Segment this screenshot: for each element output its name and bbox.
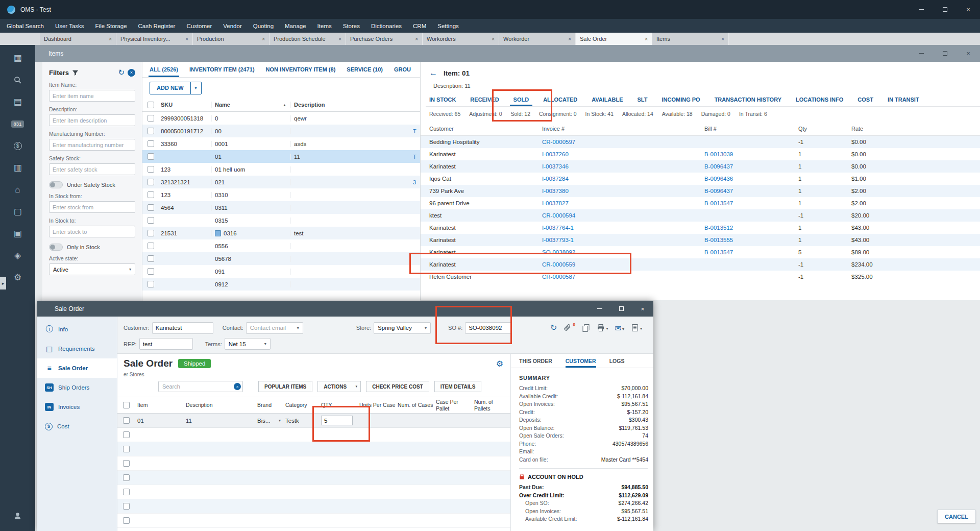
menu-item[interactable]: Quoting — [248, 23, 279, 29]
copy-icon[interactable] — [582, 324, 590, 332]
so-number-input[interactable] — [465, 322, 512, 334]
item-row[interactable]: 321321321 021 3 — [142, 176, 420, 188]
document-tab[interactable]: Production Schedule × — [270, 33, 346, 45]
detail-tab[interactable]: IN TRANSIT — [884, 93, 923, 106]
items-close-button[interactable]: × — [957, 45, 980, 62]
tab-close-icon[interactable]: × — [492, 36, 495, 42]
document-tab[interactable]: Sale Order × — [576, 33, 652, 45]
sold-row[interactable]: Karinatest I-0037260 B-0013039 1 $0.00 — [421, 148, 980, 160]
row-checkbox[interactable] — [123, 474, 130, 481]
contact-select[interactable]: Contact email ▾ — [246, 322, 303, 334]
check-price-cost-button[interactable]: CHECK PRICE COST — [366, 381, 429, 392]
detail-tab[interactable]: RECEIVED — [467, 93, 502, 106]
panel-tab[interactable]: CUSTOMER — [566, 354, 596, 368]
empty-order-row[interactable] — [117, 456, 510, 471]
bill-link[interactable]: B-0096437 — [704, 188, 798, 194]
invoice-link[interactable]: CR-0000597 — [542, 139, 704, 145]
row-checkbox[interactable] — [148, 281, 154, 287]
column-header-brand[interactable]: Brand — [255, 402, 283, 408]
sidebar-item-ship-orders[interactable]: SH Ship Orders — [37, 378, 117, 397]
items-minimize-button[interactable] — [910, 45, 933, 62]
tab-close-icon[interactable]: × — [568, 36, 571, 42]
search-input[interactable] — [158, 381, 243, 392]
detail-tab[interactable]: SOLD — [510, 93, 533, 106]
qty-input[interactable] — [321, 416, 353, 425]
document-tab[interactable]: Production × — [193, 33, 270, 45]
invoice-link[interactable]: CR-0000587 — [542, 274, 704, 280]
refresh-icon[interactable]: ↻ — [550, 324, 557, 332]
bill-link[interactable]: B-0013547 — [704, 249, 798, 255]
item-name-input[interactable] — [49, 90, 135, 102]
add-new-button[interactable]: ADD NEW ▾ — [150, 82, 202, 94]
payments-icon[interactable]: $ — [0, 135, 35, 157]
sold-row[interactable]: 96 parent Drive I-0037827 B-0013547 1 $2… — [421, 197, 980, 209]
empty-order-row[interactable] — [117, 514, 510, 528]
row-checkbox[interactable] — [148, 128, 154, 134]
row-checkbox[interactable] — [148, 268, 154, 275]
panel-tab[interactable]: THIS ORDER — [519, 354, 552, 368]
sold-row[interactable]: Karinatest SO-0038092 B-0013547 5 $89.00 — [421, 246, 980, 258]
tab-close-icon[interactable]: × — [415, 36, 418, 42]
bill-link[interactable]: B-0096436 — [704, 176, 798, 182]
item-row[interactable]: 4564 0311 — [142, 201, 420, 214]
rep-input[interactable] — [139, 338, 193, 350]
bill-link[interactable]: B-0013512 — [704, 225, 798, 231]
tab-close-icon[interactable]: × — [262, 36, 265, 42]
so-maximize-button[interactable] — [610, 301, 632, 317]
orders-icon[interactable]: ▣ — [0, 223, 35, 245]
item-row[interactable]: 33360 0001 asds — [142, 137, 420, 150]
row-checkbox[interactable] — [123, 517, 130, 524]
column-header-bill[interactable]: Bill # — [704, 126, 798, 132]
chevron-down-icon[interactable]: ▾ — [640, 326, 642, 331]
invoice-link[interactable]: I-0037260 — [542, 151, 704, 157]
empty-order-row[interactable] — [117, 485, 510, 499]
in-stock-from-input[interactable] — [49, 201, 135, 213]
sold-row[interactable]: Karinatest CR-0000559 -1 $234.00 — [421, 258, 980, 271]
description-input[interactable] — [49, 114, 135, 126]
store-icon[interactable]: ⌂ — [0, 179, 35, 201]
bill-link[interactable]: B-0013555 — [704, 237, 798, 243]
invoice-link[interactable]: CR-0000559 — [542, 261, 704, 268]
app-close-button[interactable]: × — [957, 0, 980, 19]
detail-tab[interactable]: IN STOCK — [426, 93, 459, 106]
row-checkbox[interactable] — [148, 179, 154, 185]
column-header-num-of-pallets[interactable]: Num. of Pallets — [472, 399, 510, 411]
invoice-link[interactable]: I-0037346 — [542, 163, 704, 170]
toggle-switch-icon[interactable] — [49, 244, 63, 251]
items-filter-tab[interactable]: ALL (2526) — [149, 62, 179, 77]
item-row[interactable]: 8000500191712 00 T — [142, 125, 420, 137]
menu-item[interactable]: Customer — [181, 23, 217, 29]
email-button[interactable]: ✉ ▾ — [615, 324, 624, 332]
column-header-num-of-cases[interactable]: Num. of Cases — [396, 402, 434, 408]
row-checkbox[interactable] — [148, 166, 154, 173]
customer-input[interactable] — [152, 322, 213, 334]
document-tab[interactable]: Physical Inventory... × — [116, 33, 193, 45]
invoice-link[interactable]: I-0037827 — [542, 200, 704, 206]
sidebar-item-sale-order[interactable]: ≡ Sale Order — [37, 358, 117, 378]
cancel-button[interactable]: CANCEL — [937, 510, 976, 523]
row-checkbox[interactable] — [123, 417, 130, 424]
manufacturing-number-input[interactable] — [49, 139, 135, 151]
bill-link[interactable]: B-0013547 — [704, 200, 798, 206]
add-new-caret-icon[interactable]: ▾ — [190, 82, 201, 94]
sold-row[interactable]: Karinatest I-0037346 B-0096437 1 $0.00 — [421, 160, 980, 173]
column-header-rate[interactable]: Rate — [851, 126, 980, 132]
menu-item[interactable]: Stores — [337, 23, 365, 29]
sidebar-item-requirements[interactable]: ▤ Requirements — [37, 339, 117, 358]
so-close-button[interactable]: × — [632, 301, 653, 317]
items-filter-tab[interactable]: GROU — [393, 62, 412, 77]
gear-icon[interactable]: ⚙ — [496, 359, 503, 369]
document-tab[interactable]: Workorder × — [499, 33, 576, 45]
tab-close-icon[interactable]: × — [721, 36, 724, 42]
bill-link[interactable]: B-0096437 — [704, 163, 798, 170]
filters-clear-icon[interactable]: × — [128, 69, 135, 77]
row-checkbox[interactable] — [148, 255, 154, 262]
documents-icon[interactable]: ▤ — [0, 91, 35, 113]
detail-tab[interactable]: COST — [854, 93, 877, 106]
tab-close-icon[interactable]: × — [338, 36, 341, 42]
menu-item[interactable]: Global Search — [1, 23, 50, 29]
item-row[interactable]: 123 01 hell uom — [142, 163, 420, 176]
row-checkbox[interactable] — [148, 243, 154, 249]
row-checkbox[interactable] — [148, 191, 154, 198]
menu-item[interactable]: User Tasks — [50, 23, 90, 29]
